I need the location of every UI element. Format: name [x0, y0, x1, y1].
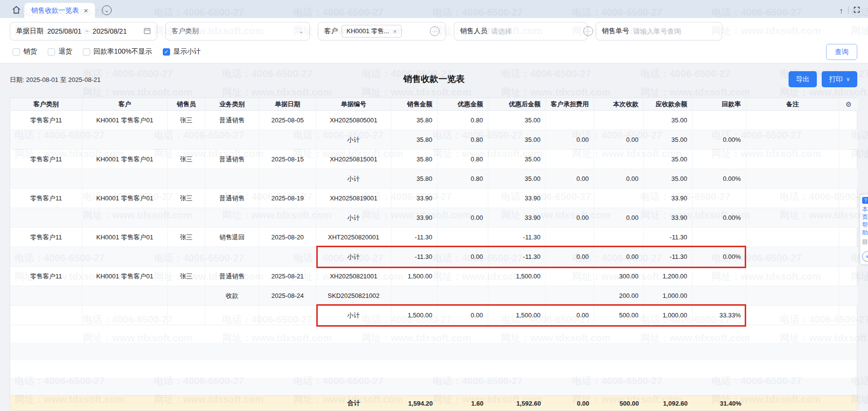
- tab-close-icon[interactable]: ×: [84, 6, 88, 15]
- column-header[interactable]: 单据编号: [316, 98, 391, 111]
- subtotal-row[interactable]: 小计35.800.8035.000.000.0035.000.00%: [10, 130, 858, 150]
- table-cell: [594, 111, 644, 130]
- table-cell: 2025-08-15: [259, 150, 316, 169]
- table-cell: [82, 286, 168, 306]
- tab-bar: 销售收款一览表 × ⌄ ↑: [0, 0, 868, 18]
- table-row[interactable]: 收款2025-08-24SKD20250821002200.001,000.00: [10, 286, 858, 306]
- table-row[interactable]: 零售客户11KH0001 零售客户01张三普通销售2025-08-05XH202…: [10, 111, 858, 130]
- table-cell: [746, 247, 839, 267]
- table-cell: [746, 150, 839, 169]
- table-row[interactable]: 零售客户11KH0001 零售客户01张三普通销售2025-08-21XH202…: [10, 267, 858, 286]
- active-tab[interactable]: 销售收款一览表 ×: [24, 3, 95, 18]
- column-header[interactable]: 客户类别: [10, 98, 82, 111]
- table-cell: [746, 111, 839, 130]
- table-cell: 1,000.00: [644, 306, 693, 325]
- table-cell: [205, 169, 259, 189]
- help-panel[interactable]: ? 本页帮助 ▤ «: [860, 194, 868, 265]
- column-header[interactable]: 客户承担费用: [546, 98, 594, 111]
- table-cell: [693, 228, 746, 247]
- column-header[interactable]: 应收款余额: [644, 98, 693, 111]
- column-header[interactable]: 优惠金额: [438, 98, 488, 111]
- table-cell: 33.90: [488, 189, 546, 208]
- column-header[interactable]: 单据日期: [259, 98, 316, 111]
- checkbox-box[interactable]: [13, 48, 20, 56]
- table-cell: 张三: [168, 189, 205, 208]
- table-cell: 33.90: [488, 208, 546, 228]
- print-button[interactable]: 打印 ∨: [822, 71, 857, 87]
- table-cell: 小计: [316, 247, 391, 267]
- customer-label: 客户: [324, 27, 338, 36]
- filter-checkbox[interactable]: 销货: [13, 47, 37, 56]
- table-cell: 33.90: [391, 208, 438, 228]
- subtotal-row[interactable]: 小计-11.300.00-11.300.000.00-11.300.00%: [10, 247, 858, 267]
- table-cell: [82, 306, 168, 325]
- table-cell: 零售客户11: [10, 267, 82, 286]
- export-button[interactable]: 导出: [789, 71, 817, 87]
- column-header[interactable]: 本次收款: [594, 98, 644, 111]
- table-cell: SKD20250821002: [316, 286, 391, 306]
- customer-category-label: 客户类别: [172, 27, 199, 36]
- collapse-widget-icon[interactable]: «: [862, 251, 868, 262]
- filter-checkbox[interactable]: 回款率100%不显示: [83, 47, 152, 56]
- filter-checkbox[interactable]: ✓显示小计: [163, 47, 201, 56]
- subtotal-row[interactable]: 小计35.800.8035.000.000.0035.000.00%: [10, 169, 858, 189]
- calendar-icon[interactable]: [143, 27, 151, 36]
- date-from-value[interactable]: 2025/08/01: [47, 27, 81, 35]
- column-header[interactable]: 客户: [82, 98, 168, 111]
- table-cell: 1,500.00: [488, 267, 546, 286]
- column-header[interactable]: 销售金额: [391, 98, 438, 111]
- table-cell: 张三: [168, 228, 205, 247]
- table-cell: 0.80: [438, 150, 488, 169]
- checkbox-box[interactable]: [48, 48, 55, 56]
- table-cell: -11.30: [391, 247, 438, 267]
- salesperson-input[interactable]: [491, 27, 579, 35]
- table-row[interactable]: 零售客户11KH0001 零售客户01张三普通销售2025-08-19XH202…: [10, 189, 858, 208]
- order-no-input[interactable]: [633, 27, 721, 35]
- table-cell: -11.30: [644, 247, 693, 267]
- column-header[interactable]: 回款率: [693, 98, 746, 111]
- filters-row: 单据日期 2025/08/01 ~ 2025/08/21 客户类别 ⌄ 客户 K…: [0, 18, 868, 40]
- app-window: 销售收款一览表 × ⌄ ↑ 单据日期 2025/08/01 ~ 2025/08/…: [0, 0, 868, 411]
- customer-tag: KH0001 零售... ×: [342, 25, 402, 38]
- tab-list-dropdown-icon[interactable]: ⌄: [102, 5, 112, 15]
- customer-category-select[interactable]: 客户类别 ⌄: [165, 22, 310, 40]
- column-header[interactable]: 备注: [746, 98, 839, 111]
- table-cell: [438, 267, 488, 286]
- table-cell: [546, 267, 594, 286]
- column-header[interactable]: 销售员: [168, 98, 205, 111]
- filter-checkbox[interactable]: 退货: [48, 47, 72, 56]
- query-button[interactable]: 查询: [826, 44, 857, 60]
- column-header[interactable]: 业务类别: [205, 98, 259, 111]
- table-cell: [488, 286, 546, 306]
- order-no-label: 销售单号: [602, 27, 629, 36]
- page-help-vertical-label: 本页帮助: [862, 205, 868, 236]
- table-row[interactable]: 零售客户11KH0001 零售客户01张三普通销售2025-08-15XH202…: [10, 150, 858, 169]
- table-cell: [82, 169, 168, 189]
- salesperson-picker-icon[interactable]: ···: [583, 26, 593, 36]
- date-range-input[interactable]: 单据日期 2025/08/01 ~ 2025/08/21: [10, 22, 157, 40]
- customer-select[interactable]: 客户 KH0001 零售... × ···: [318, 22, 446, 40]
- table-cell: 零售客户11: [10, 228, 82, 247]
- checkbox-box[interactable]: [83, 48, 90, 56]
- scroll-top-icon[interactable]: ↑: [840, 7, 844, 14]
- table-cell: [438, 189, 488, 208]
- table-cell: [10, 169, 82, 189]
- empty-rows-area: [10, 325, 857, 395]
- table-cell: 张三: [168, 111, 205, 130]
- checkbox-box[interactable]: ✓: [163, 48, 170, 56]
- column-header[interactable]: 优惠后金额: [488, 98, 546, 111]
- fullscreen-icon[interactable]: [853, 6, 860, 14]
- table-cell: 1,500.00: [391, 267, 438, 286]
- tab-title: 销售收款一览表: [31, 6, 79, 15]
- subtotal-row[interactable]: 小计33.900.0033.900.000.0033.900.00%: [10, 208, 858, 228]
- salesperson-select[interactable]: 销售人员 ···: [454, 22, 588, 40]
- tag-remove-icon[interactable]: ×: [393, 28, 397, 35]
- doc-icon[interactable]: ▤: [862, 238, 868, 245]
- date-to-value[interactable]: 2025/08/21: [93, 27, 127, 35]
- home-icon[interactable]: [8, 2, 24, 17]
- customer-picker-icon[interactable]: ···: [430, 26, 440, 36]
- order-no-input-group[interactable]: 销售单号: [596, 22, 722, 40]
- column-settings-icon[interactable]: ⚙: [839, 98, 858, 111]
- table-row[interactable]: 零售客户11KH0001 零售客户01张三销售退回2025-08-20XHT20…: [10, 228, 858, 247]
- subtotal-row[interactable]: 小计1,500.000.001,500.000.00500.001,000.00…: [10, 306, 858, 325]
